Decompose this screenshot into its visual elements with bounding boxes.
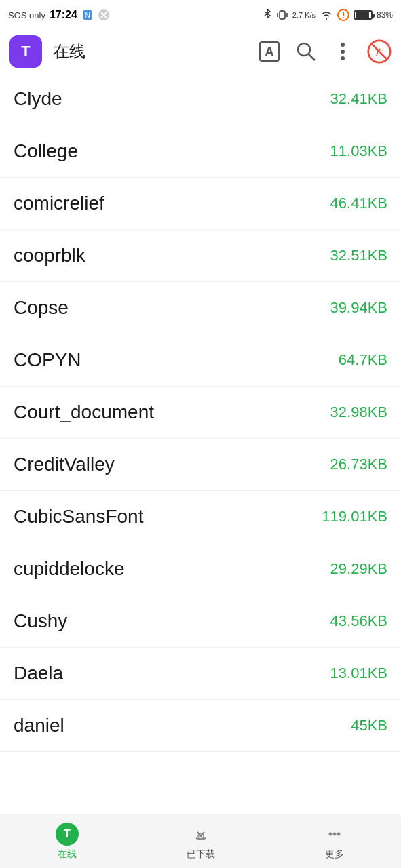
font-list-item[interactable]: CubicSansFont 119.01KB bbox=[0, 491, 401, 543]
font-item-name: CreditValley bbox=[14, 454, 115, 475]
font-item-name: daniel bbox=[14, 715, 64, 736]
font-list-item[interactable]: Clyde 32.41KB bbox=[0, 73, 401, 125]
svg-point-10 bbox=[343, 17, 344, 18]
font-item-name: cooprblk bbox=[14, 245, 85, 267]
font-item-size: 39.94KB bbox=[330, 299, 387, 317]
font-item-name: Copse bbox=[14, 297, 69, 319]
font-item-size: 32.51KB bbox=[330, 247, 387, 264]
font-list: Clyde 32.41KB College 11.03KB comicrelie… bbox=[0, 73, 401, 814]
toolbar: T 在线 A bbox=[0, 30, 401, 73]
battery-percent: 83% bbox=[377, 10, 393, 20]
status-time: 17:24 bbox=[50, 9, 77, 21]
svg-text:广: 广 bbox=[375, 47, 384, 56]
font-item-name: Clyde bbox=[14, 88, 62, 110]
font-list-item[interactable]: Daela 13.01KB bbox=[0, 648, 401, 700]
font-item-name: COPYN bbox=[14, 349, 81, 371]
svg-text:A: A bbox=[265, 45, 274, 58]
font-item-size: 119.01KB bbox=[322, 508, 387, 526]
nav-icon-more bbox=[323, 823, 346, 846]
svg-point-16 bbox=[341, 50, 345, 54]
sos-text: SOS only bbox=[8, 10, 45, 20]
font-list-item[interactable]: cupiddelocke 29.29KB bbox=[0, 543, 401, 595]
font-item-size: 26.73KB bbox=[330, 456, 387, 473]
nav-label-downloaded: 已下载 bbox=[187, 848, 215, 861]
font-item-size: 43.56KB bbox=[330, 612, 387, 630]
font-item-size: 29.29KB bbox=[330, 560, 387, 578]
font-item-size: 45KB bbox=[351, 717, 387, 734]
font-item-size: 64.7KB bbox=[339, 351, 387, 369]
svg-point-25 bbox=[337, 832, 340, 835]
close-icon bbox=[98, 9, 110, 21]
search-button[interactable] bbox=[294, 39, 318, 64]
nav-label-online: 在线 bbox=[58, 848, 77, 861]
font-list-item[interactable]: comicrelief 46.41KB bbox=[0, 178, 401, 230]
svg-line-14 bbox=[309, 54, 315, 60]
nav-label-more: 更多 bbox=[325, 848, 344, 861]
font-list-item[interactable]: CreditValley 26.73KB bbox=[0, 439, 401, 491]
svg-text:T: T bbox=[64, 828, 71, 840]
svg-point-17 bbox=[341, 56, 345, 60]
status-bar: SOS only 17:24 N 2.7 K/s bbox=[0, 0, 401, 30]
font-list-item[interactable]: daniel 45KB bbox=[0, 700, 401, 752]
font-list-item[interactable]: COPYN 64.7KB bbox=[0, 334, 401, 387]
nav-icon-downloaded bbox=[189, 823, 212, 846]
app-logo: T bbox=[9, 35, 42, 68]
svg-point-24 bbox=[332, 832, 336, 835]
font-list-item[interactable]: Cushy 43.56KB bbox=[0, 595, 401, 648]
font-item-name: cupiddelocke bbox=[14, 558, 124, 580]
more-button[interactable] bbox=[330, 39, 355, 64]
font-list-item[interactable]: Copse 39.94KB bbox=[0, 282, 401, 334]
bottom-nav: T 在线 已下载 更多 bbox=[0, 814, 401, 868]
network-speed: 2.7 K/s bbox=[292, 11, 316, 19]
notification-icon: N bbox=[81, 9, 94, 21]
nav-item-online[interactable]: T 在线 bbox=[0, 823, 134, 861]
font-item-name: Court_document bbox=[14, 401, 154, 423]
font-item-size: 46.41KB bbox=[330, 195, 387, 212]
dictionary-button[interactable]: A bbox=[257, 39, 282, 64]
font-item-size: 11.03KB bbox=[330, 142, 387, 160]
ad-block-button[interactable]: 广 bbox=[367, 39, 392, 64]
font-item-size: 13.01KB bbox=[330, 665, 387, 682]
font-item-name: comicrelief bbox=[14, 193, 104, 214]
svg-text:N: N bbox=[85, 12, 90, 19]
font-item-size: 32.41KB bbox=[330, 90, 387, 108]
font-list-item[interactable]: Court_document 32.98KB bbox=[0, 387, 401, 439]
bluetooth-icon bbox=[263, 9, 272, 21]
svg-rect-5 bbox=[280, 11, 285, 19]
font-item-name: College bbox=[14, 140, 78, 162]
toolbar-title: 在线 bbox=[53, 41, 246, 62]
font-item-name: Cushy bbox=[14, 610, 67, 632]
nav-icon-online: T bbox=[56, 823, 79, 846]
svg-point-15 bbox=[341, 43, 345, 47]
wifi-icon bbox=[320, 9, 333, 21]
nav-item-more[interactable]: 更多 bbox=[267, 823, 401, 861]
svg-point-23 bbox=[328, 832, 332, 835]
svg-point-13 bbox=[298, 43, 310, 56]
vibrate-icon bbox=[276, 9, 288, 21]
alert-icon bbox=[337, 9, 349, 21]
status-left: SOS only 17:24 N bbox=[8, 9, 110, 21]
battery-icon bbox=[354, 10, 373, 20]
font-item-name: CubicSansFont bbox=[14, 506, 143, 528]
toolbar-icons: A 广 bbox=[257, 39, 392, 64]
font-list-item[interactable]: cooprblk 32.51KB bbox=[0, 230, 401, 282]
font-item-size: 32.98KB bbox=[330, 403, 387, 421]
font-item-name: Daela bbox=[14, 663, 63, 684]
font-list-item[interactable]: College 11.03KB bbox=[0, 125, 401, 178]
status-right: 2.7 K/s 83% bbox=[263, 9, 393, 21]
nav-item-downloaded[interactable]: 已下载 bbox=[134, 823, 267, 861]
